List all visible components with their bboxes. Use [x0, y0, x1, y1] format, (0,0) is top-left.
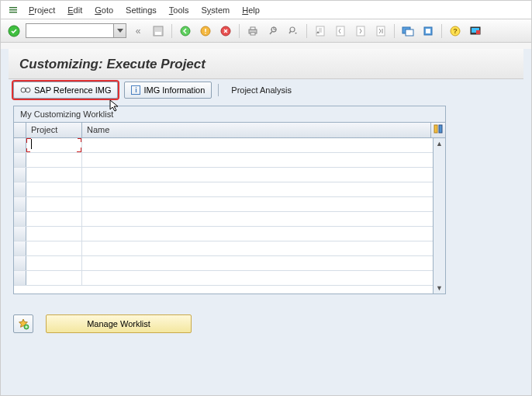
column-project[interactable]: Project: [26, 123, 82, 137]
scroll-down-icon[interactable]: ▼: [436, 284, 443, 292]
cell-name[interactable]: [82, 138, 445, 152]
cancel-icon[interactable]: [217, 23, 234, 39]
table-row[interactable]: [14, 271, 445, 286]
svg-point-6: [181, 26, 190, 36]
manage-worklist-label: Manage Worklist: [87, 319, 150, 328]
sap-reference-img-label: SAP Reference IMG: [34, 85, 111, 95]
favorites-button[interactable]: [13, 314, 33, 333]
worklist-panel: My Customizing Worklist Project Name: [13, 106, 446, 294]
exit-icon[interactable]: [197, 23, 214, 39]
svg-rect-5: [155, 32, 161, 35]
table-row[interactable]: [14, 241, 445, 256]
bottom-bar: Manage Worklist: [13, 314, 519, 333]
svg-line-14: [270, 31, 272, 34]
app-menu-icon[interactable]: [7, 4, 19, 16]
help-icon[interactable]: ?: [447, 23, 464, 39]
grid-body: ▲ ▼: [14, 138, 445, 294]
menu-system[interactable]: System: [195, 3, 237, 17]
sap-reference-img-button[interactable]: SAP Reference IMG: [13, 82, 118, 99]
table-row[interactable]: [14, 168, 445, 182]
find-icon[interactable]: [264, 23, 282, 39]
img-information-button[interactable]: i IMG Information: [124, 82, 212, 99]
svg-rect-1: [9, 9, 17, 11]
back-icon[interactable]: [177, 23, 194, 39]
menu-edit[interactable]: Edit: [61, 3, 88, 17]
page-title: Customizing: Execute Project: [9, 49, 523, 79]
column-config-icon[interactable]: [431, 123, 445, 137]
row-handle[interactable]: [14, 138, 26, 152]
table-row[interactable]: [14, 153, 445, 168]
manage-worklist-button[interactable]: Manage Worklist: [46, 314, 192, 333]
separator: [218, 84, 219, 96]
save-icon[interactable]: [150, 23, 167, 39]
table-row[interactable]: [14, 182, 445, 197]
print-icon[interactable]: [244, 23, 261, 39]
svg-rect-33: [476, 30, 480, 34]
new-session-icon[interactable]: [399, 23, 416, 39]
prev-page-icon[interactable]: [332, 23, 349, 39]
grid-header: Project Name: [14, 123, 445, 138]
last-page-icon[interactable]: [372, 23, 389, 39]
select-all-handle[interactable]: [14, 123, 26, 137]
table-row[interactable]: [14, 212, 445, 227]
svg-rect-11: [250, 27, 255, 30]
svg-rect-21: [337, 26, 344, 36]
svg-point-34: [21, 88, 26, 92]
enter-icon[interactable]: [5, 23, 22, 39]
menu-settings[interactable]: Settings: [119, 3, 163, 17]
menu-tools[interactable]: Tools: [163, 3, 195, 17]
command-field[interactable]: [26, 23, 126, 38]
menu-project[interactable]: Project: [22, 3, 61, 17]
menu-goto[interactable]: Goto: [88, 3, 119, 17]
svg-point-8: [205, 33, 206, 34]
scroll-up-icon[interactable]: ▲: [436, 140, 443, 148]
project-analysis-link[interactable]: Project Analysis: [225, 85, 298, 95]
next-page-icon[interactable]: [352, 23, 369, 39]
menu-help[interactable]: Help: [236, 3, 266, 17]
command-dropdown-icon[interactable]: [113, 24, 126, 37]
table-row[interactable]: [14, 197, 445, 212]
cell-project-input[interactable]: [26, 138, 82, 152]
standard-toolbar: « ?: [1, 19, 531, 43]
table-row[interactable]: [14, 256, 445, 271]
img-information-label: IMG Information: [143, 85, 205, 95]
menu-bar: Project Edit Goto Settings Tools System …: [1, 1, 531, 19]
column-name[interactable]: Name: [82, 123, 431, 137]
first-page-icon[interactable]: [312, 23, 329, 39]
svg-rect-20: [316, 26, 324, 36]
panel-title: My Customizing Worklist: [14, 106, 445, 123]
svg-line-19: [289, 31, 291, 33]
svg-rect-26: [406, 30, 413, 36]
table-row[interactable]: [14, 138, 445, 153]
info-icon: i: [131, 85, 140, 95]
find-next-icon[interactable]: [285, 23, 302, 39]
svg-rect-2: [9, 12, 17, 13]
content-area: Customizing: Execute Project SAP Referen…: [1, 49, 531, 396]
svg-rect-38: [439, 125, 442, 133]
application-toolbar: SAP Reference IMG i IMG Information Proj…: [9, 79, 523, 101]
svg-rect-0: [9, 7, 17, 9]
svg-point-35: [26, 88, 30, 92]
svg-rect-37: [434, 125, 437, 133]
svg-rect-28: [426, 29, 430, 33]
svg-rect-12: [250, 33, 255, 35]
table-row[interactable]: [14, 227, 445, 241]
glasses-icon: [20, 85, 31, 96]
shortcut-icon[interactable]: [420, 23, 437, 39]
svg-text:?: ?: [453, 27, 458, 35]
vertical-scrollbar[interactable]: ▲ ▼: [433, 138, 445, 294]
svg-rect-22: [357, 26, 364, 36]
collapse-icon[interactable]: «: [130, 23, 147, 39]
layout-icon[interactable]: [467, 23, 484, 39]
